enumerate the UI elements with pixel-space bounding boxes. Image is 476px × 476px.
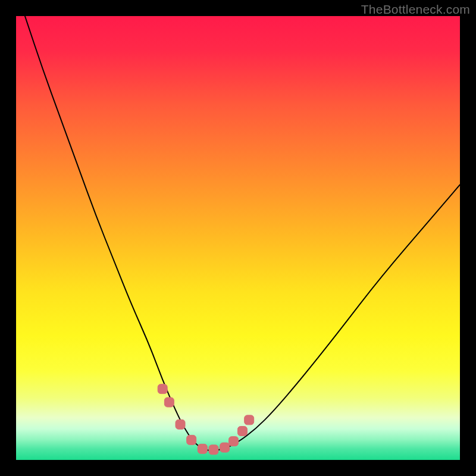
marker-point	[237, 427, 247, 436]
bottleneck-curve	[25, 16, 460, 450]
marker-point	[176, 419, 185, 429]
marker-point	[198, 444, 207, 453]
marker-point	[187, 435, 196, 444]
marker-point	[245, 415, 254, 425]
marker-point	[158, 384, 167, 394]
marker-point	[209, 445, 218, 455]
chart-area	[16, 16, 460, 460]
highlight-markers	[158, 384, 253, 455]
marker-point	[220, 443, 230, 452]
marker-point	[164, 397, 174, 407]
plot-layer	[16, 16, 460, 460]
watermark-text: TheBottleneck.com	[361, 2, 470, 17]
marker-point	[229, 437, 239, 446]
